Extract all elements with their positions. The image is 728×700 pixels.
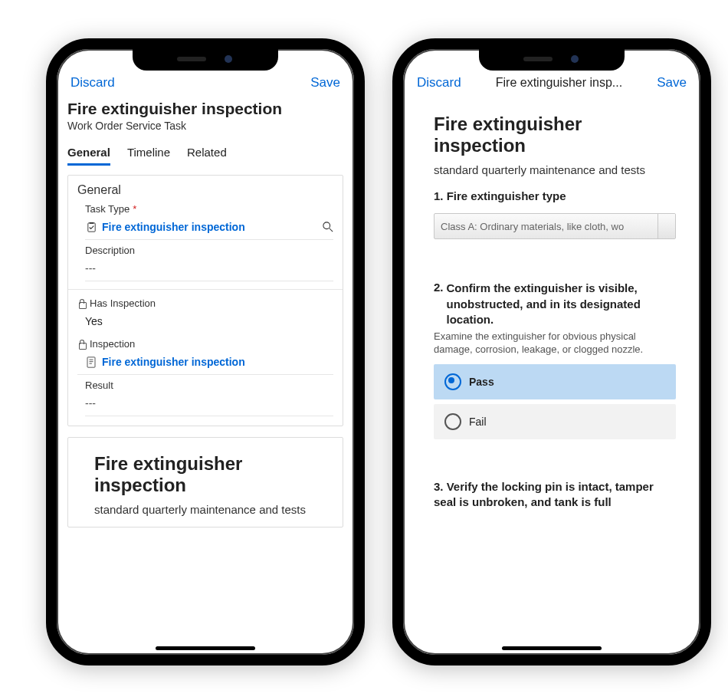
radio-option-fail[interactable]: Fail — [434, 404, 676, 439]
navbar: Discard Save — [67, 72, 343, 98]
svg-rect-1 — [89, 222, 93, 223]
dropdown-ext-type[interactable]: Class A: Ordinary materials, like cloth,… — [434, 213, 676, 239]
inspection-subtitle: standard quarterly maintenance and tests — [434, 163, 676, 176]
navbar-title: Fire extinguisher insp... — [461, 76, 657, 90]
value-inspection: Fire extinguisher inspection — [102, 356, 245, 368]
home-indicator — [156, 646, 255, 650]
label-task-type: Task Type — [85, 203, 130, 215]
inspection-preview-card: Fire extinguisher inspection standard qu… — [67, 437, 343, 527]
notch — [133, 49, 278, 71]
save-button[interactable]: Save — [657, 75, 687, 90]
question-2-title: Confirm the extinguisher is visible, uno… — [447, 281, 676, 327]
input-result[interactable]: --- — [85, 396, 333, 416]
field-has-inspection: Has Inspection Yes — [77, 297, 333, 334]
label-result: Result — [85, 380, 113, 391]
lock-icon — [77, 299, 87, 308]
input-description[interactable]: --- — [85, 261, 333, 281]
chevron-down-icon — [664, 224, 670, 230]
inspection-preview-title: Fire extinguisher inspection — [94, 453, 327, 495]
radio-icon — [444, 413, 461, 430]
section-label-general: General — [77, 183, 333, 197]
question-2-number: 2. — [434, 281, 444, 327]
tab-timeline[interactable]: Timeline — [127, 141, 170, 166]
lock-icon — [77, 340, 87, 349]
tab-related[interactable]: Related — [187, 141, 227, 166]
required-star: * — [133, 203, 136, 215]
general-card: General Task Type* Fire extinguisher ins… — [67, 175, 343, 426]
page-title: Fire extinguisher inspection — [67, 100, 343, 118]
radio-icon — [444, 373, 461, 390]
value-result: --- — [85, 397, 96, 409]
discard-button[interactable]: Discard — [71, 75, 115, 90]
question-3-title: Verify the locking pin is intact, tamper… — [434, 480, 654, 508]
tabs: General Timeline Related — [67, 141, 343, 166]
field-description: Description --- — [85, 245, 333, 281]
field-result: Result --- — [85, 380, 333, 416]
lookup-task-type[interactable]: Fire extinguisher inspection — [85, 219, 333, 240]
label-has-inspection: Has Inspection — [90, 297, 156, 309]
question-1: 1. Fire extinguisher type Class A: Ordin… — [434, 189, 676, 239]
field-inspection: Inspection Fire extinguisher inspection — [77, 338, 333, 375]
label-description: Description — [85, 245, 135, 256]
question-3: 3. Verify the locking pin is intact, tam… — [434, 479, 676, 511]
question-1-number: 1. — [434, 189, 444, 202]
value-has-inspection: Yes — [85, 315, 103, 327]
radio-label-fail: Fail — [469, 416, 487, 428]
value-description: --- — [85, 262, 96, 274]
home-indicator — [502, 646, 602, 650]
question-2: 2. Confirm the extinguisher is visible, … — [434, 281, 676, 439]
inspection-form: Fire extinguisher inspection standard qu… — [414, 98, 690, 559]
question-3-number: 3. — [434, 480, 444, 493]
svg-point-2 — [323, 222, 330, 229]
inspection-preview-subtitle: standard quarterly maintenance and tests — [94, 503, 327, 516]
field-task-type: Task Type* Fire extinguisher inspection — [85, 203, 333, 240]
question-1-title: Fire extinguisher type — [447, 189, 566, 202]
lookup-inspection[interactable]: Fire extinguisher inspection — [77, 354, 333, 375]
tab-general[interactable]: General — [67, 141, 110, 166]
phone-frame-left: Discard Save Fire extinguisher inspectio… — [46, 38, 365, 665]
screen-left: Discard Save Fire extinguisher inspectio… — [57, 49, 354, 655]
radio-option-pass[interactable]: Pass — [434, 364, 676, 399]
page-subtitle: Work Order Service Task — [67, 120, 343, 132]
dropdown-ext-type-value: Class A: Ordinary materials, like cloth,… — [441, 221, 624, 232]
save-button[interactable]: Save — [310, 75, 340, 90]
svg-rect-0 — [87, 222, 94, 231]
screen-right: Discard Fire extinguisher insp... Save F… — [403, 49, 700, 655]
discard-button[interactable]: Discard — [417, 75, 461, 90]
label-inspection: Inspection — [90, 338, 135, 350]
question-2-help: Examine the extinguisher for obvious phy… — [434, 330, 676, 357]
radio-label-pass: Pass — [469, 376, 494, 388]
value-task-type: Fire extinguisher inspection — [102, 221, 245, 233]
notch — [479, 49, 625, 71]
inspection-title: Fire extinguisher inspection — [434, 113, 676, 156]
navbar: Discard Fire extinguisher insp... Save — [414, 72, 690, 98]
form-icon — [85, 356, 97, 368]
svg-rect-4 — [87, 357, 95, 366]
clipboard-check-icon — [85, 221, 97, 233]
svg-line-3 — [330, 228, 333, 232]
search-icon[interactable] — [323, 222, 333, 232]
phone-frame-right: Discard Fire extinguisher insp... Save F… — [392, 38, 711, 665]
